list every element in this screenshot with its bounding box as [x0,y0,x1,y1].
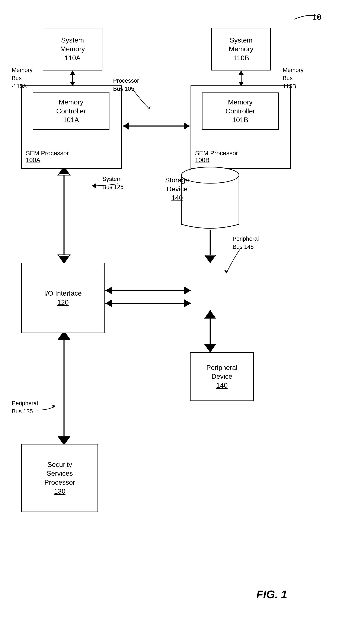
peripheral-device-box: PeripheralDevice 140 [190,352,254,401]
memory-controller-a-id: 101A [63,116,79,125]
processor-bus-label: ProcessorBus 105 [113,77,139,93]
system-bus-label: SystemBus 125 [102,175,124,191]
sem-processor-b-box: MemoryController 101B SEM Processor 100B [190,85,291,169]
svg-marker-9 [184,122,190,130]
security-processor-label: SecurityServicesProcessor [44,460,75,487]
security-processor-id: 130 [54,487,65,496]
svg-marker-17 [206,256,215,263]
diagram: 10 [0,0,364,635]
storage-device-label: StorageDevice 140 [144,176,210,202]
svg-marker-14 [59,256,69,263]
storage-device-id: 140 [171,194,183,202]
svg-marker-35 [92,183,96,188]
svg-marker-8 [123,122,129,130]
svg-marker-2 [70,71,75,75]
ref-number: 10 [312,13,321,22]
svg-marker-25 [205,311,216,318]
figure-label: FIG. 1 [256,588,287,601]
io-interface-box: I/O Interface 120 [21,263,104,333]
peripheral-bus-135-label: PeripheralBus 135 [12,399,38,416]
system-memory-a-id: 110A [65,54,81,63]
io-interface-label: I/O Interface [44,289,82,298]
svg-marker-32 [58,436,70,445]
memory-bus-b-label: MemoryBus115B [283,66,304,90]
svg-marker-26 [206,311,215,318]
svg-marker-22 [106,299,112,307]
peripheral-device-label: PeripheralDevice [206,363,238,381]
svg-marker-5 [238,71,244,75]
memory-controller-b-id: 101B [232,116,248,125]
system-memory-b-id: 110B [233,54,249,63]
system-memory-b-label: SystemMemory [229,36,254,54]
storage-device-container: StorageDevice 140 [177,162,243,231]
svg-marker-36 [224,269,228,273]
svg-marker-28 [206,345,215,352]
system-memory-b-box: SystemMemory 110B [211,28,271,71]
memory-controller-b-label: MemoryController [226,98,255,116]
svg-marker-20 [184,287,191,294]
io-interface-id: 120 [57,298,68,307]
security-processor-box: SecurityServicesProcessor 130 [21,444,98,512]
svg-marker-37 [52,405,56,408]
svg-marker-27 [205,345,216,352]
memory-controller-a-label: MemoryController [56,98,86,116]
memory-controller-a-box: MemoryController 101A [33,93,110,130]
system-memory-a-box: SystemMemory 110A [43,28,102,71]
memory-controller-b-box: MemoryController 101B [202,93,279,130]
system-memory-a-label: SystemMemory [60,36,85,54]
sem-processor-a-box: MemoryController 101A SEM Processor 100A [21,85,122,169]
svg-marker-13 [58,255,70,263]
svg-marker-16 [205,255,216,263]
svg-marker-34 [147,106,151,109]
svg-marker-23 [184,299,191,307]
memory-bus-a-label: MemoryBus·115A [12,66,33,90]
peripheral-device-id: 140 [216,381,228,390]
sem-processor-a-id: 100A [26,156,40,164]
peripheral-bus-145-label: PeripheralBus 145 [232,235,259,251]
svg-marker-19 [106,287,112,294]
